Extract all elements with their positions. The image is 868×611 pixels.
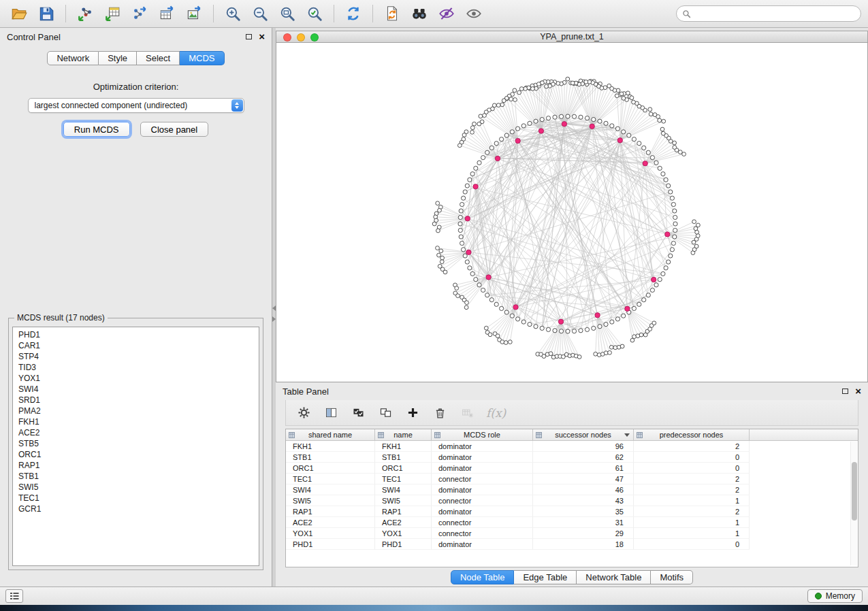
table-tab-bar: Node TableEdge TableNetwork TableMotifs bbox=[276, 567, 868, 587]
table-row[interactable]: FKH1FKH1dominator962 bbox=[286, 441, 858, 452]
result-node-item[interactable]: TID3 bbox=[13, 362, 259, 373]
tab-network-table[interactable]: Network Table bbox=[577, 570, 651, 584]
vertical-splitter[interactable] bbox=[272, 28, 276, 587]
search-box[interactable] bbox=[676, 5, 861, 22]
tab-edge-table[interactable]: Edge Table bbox=[514, 570, 577, 584]
window-zoom-button[interactable] bbox=[310, 33, 319, 42]
cell-successors: 46 bbox=[533, 484, 634, 495]
result-node-item[interactable]: STP4 bbox=[13, 351, 259, 362]
result-node-item[interactable]: SWI4 bbox=[13, 384, 259, 395]
scrollbar-thumb[interactable] bbox=[852, 462, 857, 521]
sort-descending-icon[interactable] bbox=[624, 433, 630, 437]
search-network-button[interactable] bbox=[407, 3, 432, 24]
export-table-button[interactable] bbox=[155, 3, 179, 24]
zoom-selected-icon bbox=[306, 5, 323, 22]
save-button[interactable] bbox=[34, 3, 59, 24]
export-image-button[interactable] bbox=[182, 3, 206, 24]
show-all-button[interactable] bbox=[462, 3, 486, 24]
result-node-item[interactable]: YOX1 bbox=[13, 373, 259, 384]
hide-selected-button[interactable] bbox=[434, 3, 459, 24]
criterion-dropdown-value: largest connected component (undirected) bbox=[35, 101, 188, 110]
cell-predecessors: 1 bbox=[634, 495, 750, 506]
criterion-dropdown[interactable]: largest connected component (undirected) bbox=[28, 98, 244, 113]
result-node-item[interactable]: ACE2 bbox=[13, 427, 259, 438]
share-document-button[interactable] bbox=[380, 3, 404, 24]
tab-style[interactable]: Style bbox=[99, 51, 137, 65]
table-row[interactable]: SWI4SWI4dominator462 bbox=[286, 484, 858, 495]
table-row[interactable]: PHD1PHD1dominator180 bbox=[286, 539, 858, 550]
result-node-item[interactable]: GCR1 bbox=[13, 503, 259, 514]
result-node-item[interactable]: ORC1 bbox=[13, 449, 259, 460]
collapse-left-icon[interactable] bbox=[272, 306, 276, 311]
deselect-all-icon bbox=[379, 406, 393, 420]
close-table-panel-icon[interactable]: × bbox=[855, 387, 861, 395]
desktop-background bbox=[0, 605, 868, 611]
zoom-in-button[interactable] bbox=[221, 3, 245, 24]
toggle-columns-button[interactable] bbox=[323, 405, 339, 421]
result-node-item[interactable]: STB5 bbox=[13, 438, 259, 449]
network-window-titlebar[interactable]: YPA_prune.txt_1 bbox=[276, 31, 868, 43]
table-row[interactable]: ACE2ACE2connector311 bbox=[286, 517, 858, 528]
table-scrollbar[interactable] bbox=[850, 442, 857, 565]
tab-motifs[interactable]: Motifs bbox=[651, 570, 693, 584]
float-table-panel-icon[interactable] bbox=[842, 389, 848, 394]
export-network-button[interactable] bbox=[127, 3, 152, 24]
result-node-item[interactable]: SRD1 bbox=[13, 395, 259, 406]
tab-node-table[interactable]: Node Table bbox=[451, 570, 515, 584]
close-panel-button[interactable]: Close panel bbox=[140, 122, 209, 137]
zoom-fit-button[interactable] bbox=[275, 3, 300, 24]
select-all-button[interactable] bbox=[350, 405, 366, 421]
zoom-selected-button[interactable] bbox=[302, 3, 327, 24]
deselect-all-button[interactable] bbox=[377, 405, 393, 421]
cell-shared_name: FKH1 bbox=[286, 441, 375, 452]
window-close-button[interactable] bbox=[283, 33, 291, 42]
open-folder-button[interactable] bbox=[7, 3, 31, 24]
memory-button[interactable]: Memory bbox=[807, 589, 863, 603]
table-row[interactable]: ORC1ORC1dominator610 bbox=[286, 463, 858, 474]
window-minimize-button[interactable] bbox=[297, 33, 305, 42]
result-node-item[interactable]: TEC1 bbox=[13, 493, 259, 503]
network-graph[interactable] bbox=[276, 43, 867, 382]
task-history-button[interactable] bbox=[5, 589, 23, 603]
table-row[interactable]: RAP1RAP1dominator352 bbox=[286, 506, 858, 517]
column-header-predecessor-nodes[interactable]: predecessor nodes bbox=[634, 429, 750, 440]
tab-select[interactable]: Select bbox=[137, 51, 180, 65]
add-column-button[interactable] bbox=[404, 405, 421, 421]
table-row[interactable]: YOX1YOX1connector291 bbox=[286, 528, 858, 539]
result-node-item[interactable]: PMA2 bbox=[13, 406, 259, 416]
result-node-item[interactable]: PHD1 bbox=[13, 329, 259, 340]
result-node-item[interactable]: FKH1 bbox=[13, 416, 259, 427]
cell-role: connector bbox=[432, 474, 533, 484]
tab-mcds[interactable]: MCDS bbox=[180, 51, 224, 65]
zoom-out-button[interactable] bbox=[248, 3, 272, 24]
column-header-name[interactable]: name bbox=[375, 429, 432, 440]
refresh-network-button[interactable] bbox=[341, 3, 366, 24]
cell-name: YOX1 bbox=[375, 528, 432, 539]
cell-successors: 96 bbox=[533, 441, 634, 452]
network-canvas[interactable] bbox=[276, 43, 868, 382]
mcds-result-list[interactable]: PHD1CAR1STP4TID3YOX1SWI4SRD1PMA2FKH1ACE2… bbox=[12, 327, 259, 566]
table-row[interactable]: SWI5SWI5connector431 bbox=[286, 495, 858, 506]
tab-network[interactable]: Network bbox=[47, 51, 99, 65]
search-input[interactable] bbox=[694, 9, 855, 18]
result-node-item[interactable]: SWI5 bbox=[13, 482, 259, 493]
result-node-item[interactable]: RAP1 bbox=[13, 460, 259, 471]
table-toolbar: f(x) bbox=[285, 400, 858, 426]
expand-right-icon[interactable] bbox=[272, 316, 276, 322]
delete-column-button[interactable] bbox=[432, 405, 448, 421]
run-mcds-button[interactable]: Run MCDS bbox=[63, 122, 130, 137]
column-header-shared-name[interactable]: shared name bbox=[286, 429, 375, 440]
toolbar-separator bbox=[372, 5, 373, 22]
column-header-successor-nodes[interactable]: successor nodes bbox=[533, 429, 634, 440]
float-panel-icon[interactable] bbox=[246, 34, 252, 39]
result-node-item[interactable]: CAR1 bbox=[13, 340, 259, 351]
close-panel-icon[interactable]: × bbox=[259, 33, 265, 41]
column-header-MCDS-role[interactable]: MCDS role bbox=[432, 429, 533, 440]
table-row[interactable]: STB1STB1dominator620 bbox=[286, 452, 858, 463]
import-table-button[interactable] bbox=[100, 3, 125, 24]
gear-button[interactable] bbox=[295, 405, 312, 421]
cell-name: FKH1 bbox=[375, 441, 432, 452]
result-node-item[interactable]: STB1 bbox=[13, 471, 259, 482]
table-row[interactable]: TEC1TEC1connector472 bbox=[286, 474, 858, 484]
import-network-button[interactable] bbox=[73, 3, 97, 24]
